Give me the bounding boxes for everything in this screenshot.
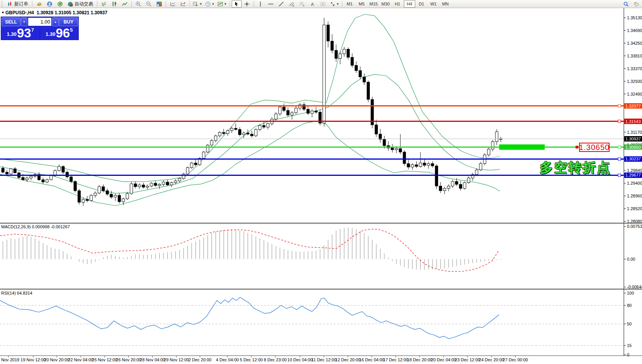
zoom-out-button[interactable] <box>144 0 154 8</box>
timeframe-button-d1[interactable]: D1 <box>416 0 427 8</box>
signals-icon <box>57 1 63 7</box>
svg-text:-0.006446: -0.006446 <box>627 285 642 289</box>
vertical-line-button[interactable] <box>256 0 266 8</box>
new-chart-button[interactable]: ▼ <box>191 0 203 8</box>
separator <box>166 1 166 7</box>
svg-text:F: F <box>303 5 305 7</box>
buy-button[interactable]: BUY <box>59 17 78 26</box>
crosshair-button[interactable] <box>242 0 252 8</box>
svg-text:29 Nov 12:00: 29 Nov 12:00 <box>164 357 189 362</box>
separator <box>97 1 97 7</box>
volume-decrease-button[interactable]: ▼ <box>21 17 27 26</box>
svg-text:1.32930: 1.32930 <box>627 79 642 84</box>
svg-text:27 Dec 00:00: 27 Dec 00:00 <box>503 357 528 362</box>
svg-text:1.34250: 1.34250 <box>627 41 642 46</box>
candlesticks <box>2 18 502 206</box>
caret-down-icon: ▼ <box>212 2 215 6</box>
svg-text:26 Nov 20:00: 26 Nov 20:00 <box>116 357 141 362</box>
svg-text:1.31170: 1.31170 <box>627 130 642 135</box>
buy-price[interactable]: 1.30 96 5 <box>40 26 79 40</box>
time-axis[interactable]: 8 Nov 201919 Nov 12:0020 Nov 20:0022 Nov… <box>0 356 528 362</box>
svg-text:0.007538: 0.007538 <box>627 224 642 229</box>
horizontal-line-button[interactable] <box>266 0 276 8</box>
timeframe-button-w1[interactable]: W1 <box>428 0 439 8</box>
vertical-line-icon <box>257 1 263 7</box>
tile-windows-button[interactable] <box>154 0 164 8</box>
volume-input[interactable] <box>28 17 52 26</box>
community-button[interactable] <box>44 0 54 8</box>
template-button[interactable]: ▼ <box>216 0 228 8</box>
svg-text:20 Nov 20:00: 20 Nov 20:00 <box>44 357 69 362</box>
svg-text:A: A <box>311 2 314 6</box>
auto-scroll-icon <box>170 1 176 7</box>
buy-price-sup: 5 <box>70 27 73 33</box>
caret-down-icon: ▼ <box>224 2 227 6</box>
zoom-in-button[interactable] <box>133 0 143 8</box>
collapse-panel-icon[interactable]: ▲ <box>1 10 5 14</box>
channel-button[interactable]: E <box>287 0 297 8</box>
horizontal-line-icon <box>268 1 274 7</box>
svg-text:10 Dec 04:00: 10 Dec 04:00 <box>287 357 312 362</box>
svg-text:24 Dec 20:00: 24 Dec 20:00 <box>479 357 504 362</box>
cursor-icon <box>234 1 239 7</box>
fibonacci-icon: F <box>299 1 305 7</box>
autotrade-button[interactable]: 自动交易 <box>65 0 95 8</box>
bollinger-bands <box>0 14 500 206</box>
trendline-button[interactable] <box>276 0 286 8</box>
price-alert-box[interactable]: 1.30650 <box>579 143 610 152</box>
bar-chart-button[interactable] <box>99 0 109 8</box>
timeframe-button-m15[interactable]: M15 <box>368 0 379 8</box>
timeframe-button-m30[interactable]: M30 <box>380 0 391 8</box>
rsi-line <box>0 297 499 339</box>
caret-down-icon: ▼ <box>336 2 339 6</box>
crosshair-icon <box>244 1 250 7</box>
chat-button[interactable] <box>631 0 641 8</box>
deposit-button[interactable] <box>34 0 44 8</box>
svg-text:50: 50 <box>627 322 632 326</box>
signals-button[interactable] <box>55 0 65 8</box>
text-label-button[interactable]: T <box>318 0 328 8</box>
separator <box>254 1 254 7</box>
period-button[interactable]: ▼ <box>204 0 216 8</box>
svg-text:80: 80 <box>627 303 632 308</box>
cursor-button[interactable] <box>232 0 242 8</box>
zoom-out-icon <box>146 1 152 7</box>
main-toolbar: 新订单 自动交易 ▼ ▼ ▼ E F A T ▼ M1M5M15M30H1H4D… <box>0 0 642 8</box>
new-order-button[interactable]: 新订单 <box>5 0 30 8</box>
volume-increase-button[interactable]: ▲ <box>52 17 59 26</box>
timeframe-button-m1[interactable]: M1 <box>344 0 356 8</box>
svg-text:1.34690: 1.34690 <box>627 28 642 33</box>
timeframe-button-h4[interactable]: H4 <box>404 0 415 8</box>
toolbar-grip[interactable] <box>2 1 4 7</box>
svg-text:T: T <box>322 2 324 6</box>
separator <box>32 1 32 7</box>
auto-scroll-button[interactable] <box>168 0 178 8</box>
chart-shift-icon <box>180 1 186 7</box>
new-chart-icon <box>193 1 198 7</box>
search-button[interactable] <box>621 0 631 8</box>
arrows-button[interactable]: ▼ <box>329 0 340 8</box>
sell-button[interactable]: SELL <box>2 17 20 26</box>
gold-icon <box>36 1 42 7</box>
turning-point-note[interactable]: 多空转折点 <box>540 159 611 177</box>
line-chart-icon <box>122 1 128 7</box>
timeframe-button-mn[interactable]: MN <box>440 0 451 8</box>
arrows-icon <box>330 1 335 7</box>
line-chart-button[interactable] <box>120 0 130 8</box>
svg-text:5 Dec 12:00: 5 Dec 12:00 <box>240 357 263 362</box>
sell-price[interactable]: 1.30 93 7 <box>1 26 40 40</box>
svg-text:15: 15 <box>627 343 632 348</box>
timeframe-button-h1[interactable]: H1 <box>392 0 403 8</box>
candle-chart-button[interactable] <box>109 0 119 8</box>
chart-shift-button[interactable] <box>178 0 188 8</box>
zoom-in-icon <box>136 1 141 7</box>
fibonacci-button[interactable]: F <box>297 0 307 8</box>
price-chart-canvas[interactable]: 1.351301.346901.342501.338101.333701.329… <box>0 8 642 364</box>
profile-icon <box>47 1 53 7</box>
svg-text:8 Nov 2019: 8 Nov 2019 <box>0 357 19 362</box>
chart-ohlc-values: 1.30928 1.31005 1.30821 1.30937 <box>37 10 108 15</box>
template-icon <box>217 1 223 7</box>
caret-down-icon: ▼ <box>199 2 202 6</box>
text-button[interactable]: A <box>308 0 318 8</box>
timeframe-button-m5[interactable]: M5 <box>356 0 368 8</box>
